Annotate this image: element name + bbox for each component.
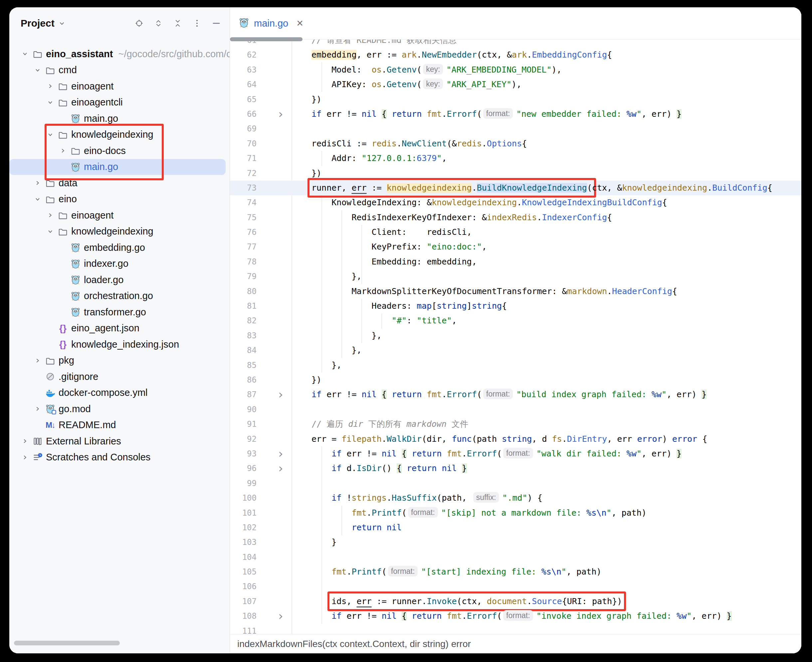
code-line-100[interactable]: 100 if !strings.HasSuffix(path, suffix:"…	[230, 491, 801, 505]
tree-item-transformer.go[interactable]: transformer.go	[9, 304, 230, 320]
line-number[interactable]: 86	[230, 373, 257, 387]
code-line-65[interactable]: 65})	[230, 92, 801, 107]
code-line-105[interactable]: 105 fmt.Printf(format:"[start] indexing …	[230, 564, 801, 579]
line-number[interactable]: 104	[230, 550, 257, 564]
project-panel-title[interactable]: Project	[21, 18, 55, 29]
tree-item-einoagent[interactable]: einoagent	[9, 207, 230, 223]
line-number[interactable]: 63	[230, 63, 257, 77]
code-line-70[interactable]: 70redisCli := redis.NewClient(&redis.Opt…	[230, 137, 801, 151]
chevron-right-icon[interactable]	[31, 179, 44, 186]
code-line-101[interactable]: 101 fmt.Printf(format:"[skip] not a mark…	[230, 506, 801, 520]
code-line-83[interactable]: 83 },	[230, 328, 801, 343]
line-number[interactable]: 78	[230, 254, 257, 269]
code-line-99[interactable]: 99	[230, 476, 801, 491]
tree-item-eino-assistant[interactable]: eino_assistant~/gocode/src/github.com/cl	[9, 46, 230, 62]
tree-item-knowledgeindexing[interactable]: knowledgeindexing	[9, 127, 230, 143]
line-number[interactable]: 103	[230, 535, 257, 550]
code-line-86[interactable]: 86})	[230, 373, 801, 387]
tree-item-docker-compose.yml[interactable]: docker-compose.yml	[9, 385, 230, 401]
code-line-108[interactable]: 108› if err != nil { return fmt.Errorf(f…	[230, 609, 801, 623]
code-line-73[interactable]: 73runner, err := knowledgeindexing.Build…	[230, 181, 801, 195]
chevron-down-icon[interactable]	[44, 228, 56, 235]
tree-item-External-Libraries[interactable]: External Libraries	[9, 433, 230, 450]
line-number[interactable]: 107	[230, 594, 257, 609]
tree-item-embedding.go[interactable]: embedding.go	[9, 239, 230, 256]
line-number[interactable]: 76	[230, 225, 257, 239]
expand-all-icon[interactable]	[154, 19, 163, 28]
chevron-down-icon[interactable]	[31, 196, 44, 203]
line-number[interactable]: 82	[230, 313, 257, 328]
tree-item-indexer.go[interactable]: indexer.go	[9, 256, 230, 272]
code-line-66[interactable]: 66›if err != nil { return fmt.Errorf(for…	[230, 107, 801, 121]
tree-item-eino-docs[interactable]: eino-docs	[9, 143, 230, 159]
line-number[interactable]: 87	[230, 387, 257, 402]
tree-item-orchestration.go[interactable]: orchestration.go	[9, 288, 230, 304]
chevron-right-icon[interactable]	[44, 82, 56, 90]
code-line-76[interactable]: 76 Client: redisCli,	[230, 225, 801, 239]
chevron-right-icon[interactable]	[19, 437, 31, 445]
target-icon[interactable]	[135, 19, 144, 28]
collapse-all-icon[interactable]	[173, 19, 182, 28]
line-number[interactable]: 81	[230, 299, 257, 313]
line-number[interactable]: 92	[230, 432, 257, 447]
line-number[interactable]: 69	[230, 121, 257, 136]
fold-arrow-icon[interactable]: ›	[257, 107, 305, 121]
line-number[interactable]: 64	[230, 77, 257, 92]
line-number[interactable]: 77	[230, 239, 257, 254]
tree-item-pkg[interactable]: pkg	[9, 353, 230, 369]
line-number[interactable]: 101	[230, 506, 257, 520]
code-line-111[interactable]: 111	[230, 624, 801, 634]
tree-item-knowledgeindexing[interactable]: knowledgeindexing	[9, 223, 230, 240]
code-line-74[interactable]: 74 KnowledgeIndexing: &knowledgeindexing…	[230, 195, 801, 210]
chevron-down-icon[interactable]	[19, 50, 31, 58]
code-viewport[interactable]: 61// 请查看 README.md 获取相关信息62embedding, er…	[230, 40, 801, 634]
tree-item-go.mod[interactable]: go.mod	[9, 401, 230, 417]
code-line-64[interactable]: 64 APIKey: os.Getenv(key:"ARK_API_KEY"),	[230, 77, 801, 92]
line-number[interactable]: 102	[230, 520, 257, 535]
code-line-62[interactable]: 62embedding, err := ark.NewEmbedder(ctx,…	[230, 48, 801, 62]
code-line-92[interactable]: 92err = filepath.WalkDir(dir, func(path …	[230, 432, 801, 447]
tree-item-einoagent[interactable]: einoagent	[9, 78, 230, 95]
line-number[interactable]: 105	[230, 564, 257, 579]
line-number[interactable]: 100	[230, 491, 257, 505]
line-number[interactable]: 62	[230, 48, 257, 62]
line-number[interactable]: 84	[230, 343, 257, 358]
code-line-91[interactable]: 91// 遍历 dir 下的所有 markdown 文件	[230, 417, 801, 431]
line-number[interactable]: 85	[230, 358, 257, 373]
line-number[interactable]: 79	[230, 269, 257, 284]
code-line-87[interactable]: 87›if err != nil { return fmt.Errorf(for…	[230, 387, 801, 402]
code-line-75[interactable]: 75 RedisIndexerKeyOfIndexer: &indexRedis…	[230, 210, 801, 225]
code-line-71[interactable]: 71 Addr: "127.0.0.1:6379",	[230, 151, 801, 166]
line-number[interactable]: 93	[230, 447, 257, 461]
tree-item-cmd[interactable]: cmd	[9, 62, 230, 79]
tree-item-Scratches-and-Consoles[interactable]: Scratches and Consoles	[9, 450, 230, 466]
code-line-90[interactable]: 90	[230, 402, 801, 417]
line-number[interactable]: 91	[230, 417, 257, 431]
sidebar-horizontal-scrollbar[interactable]	[14, 641, 120, 645]
line-number[interactable]: 90	[230, 402, 257, 417]
code-line-103[interactable]: 103 }	[230, 535, 801, 550]
line-number[interactable]: 75	[230, 210, 257, 225]
tree-item-knowledge-indexing.json[interactable]: {}knowledge_indexing.json	[9, 336, 230, 353]
breadcrumb[interactable]: indexMarkdownFiles(ctx context.Context, …	[230, 634, 801, 653]
code-line-81[interactable]: 81 Headers: map[string]string{	[230, 299, 801, 313]
fold-arrow-icon[interactable]: ›	[257, 387, 305, 402]
chevron-right-icon[interactable]	[31, 405, 44, 413]
code-line-77[interactable]: 77 KeyPrefix: "eino:doc:",	[230, 239, 801, 254]
chevron-right-icon[interactable]	[44, 212, 56, 219]
line-number[interactable]: 80	[230, 284, 257, 299]
chevron-right-icon[interactable]	[31, 357, 44, 364]
code-line-107[interactable]: 107 ids, err := runner.Invoke(ctx, docum…	[230, 594, 801, 609]
code-line-96[interactable]: 96› if d.IsDir() { return nil }	[230, 461, 801, 476]
chevron-right-icon[interactable]	[56, 147, 69, 154]
more-options-icon[interactable]	[192, 19, 202, 28]
line-number[interactable]: 65	[230, 92, 257, 107]
tree-item-main.go[interactable]: main.go	[9, 111, 230, 127]
chevron-down-icon[interactable]	[44, 99, 56, 106]
chevron-down-icon[interactable]	[44, 131, 56, 138]
code-line-85[interactable]: 85 },	[230, 358, 801, 373]
line-number[interactable]: 66	[230, 107, 257, 121]
code-line-78[interactable]: 78 Embedding: embedding,	[230, 254, 801, 269]
hide-panel-icon[interactable]	[212, 19, 221, 28]
tree-item-main.go[interactable]: main.go	[9, 159, 226, 175]
